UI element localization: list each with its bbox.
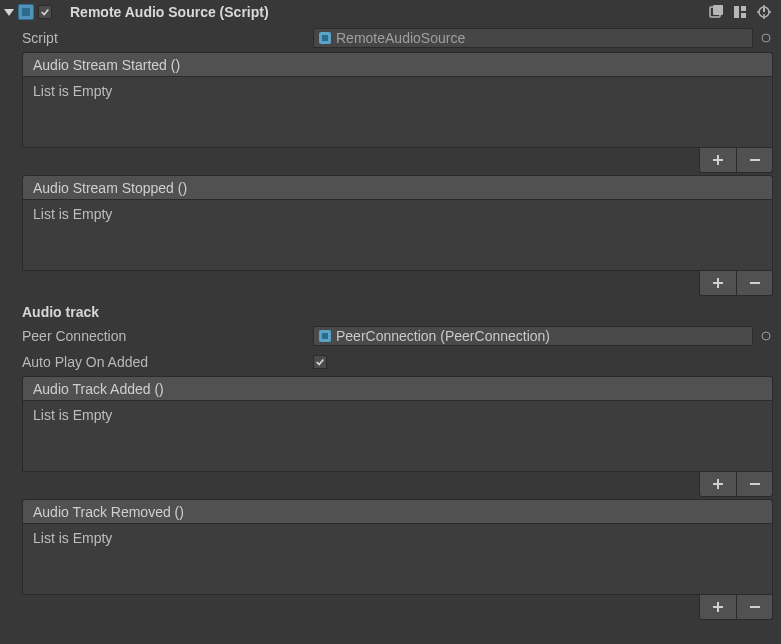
component-title: Remote Audio Source (Script) xyxy=(58,4,707,20)
event-list: List is Empty xyxy=(22,76,773,148)
event-audio-stream-stopped: Audio Stream Stopped () List is Empty xyxy=(22,175,773,296)
add-listener-button[interactable] xyxy=(700,271,736,295)
remove-listener-button[interactable] xyxy=(736,472,772,496)
list-empty-text: List is Empty xyxy=(33,530,112,546)
expand-arrow-icon[interactable] xyxy=(4,9,14,16)
svg-rect-24 xyxy=(713,606,723,608)
auto-play-label: Auto Play On Added xyxy=(22,354,313,370)
add-listener-button[interactable] xyxy=(700,595,736,619)
component-header: Remote Audio Source (Script) xyxy=(0,0,781,24)
component-ref-icon xyxy=(318,329,332,343)
svg-rect-3 xyxy=(741,6,746,11)
list-empty-text: List is Empty xyxy=(33,83,112,99)
add-listener-button[interactable] xyxy=(700,148,736,172)
remove-listener-button[interactable] xyxy=(736,148,772,172)
svg-rect-22 xyxy=(750,483,760,485)
event-list: List is Empty xyxy=(22,199,773,271)
svg-rect-4 xyxy=(741,13,746,18)
svg-rect-15 xyxy=(713,282,723,284)
auto-play-checkbox[interactable] xyxy=(313,355,327,369)
audio-track-section-title: Audio track xyxy=(22,304,773,320)
event-audio-stream-started: Audio Stream Started () List is Empty xyxy=(22,52,773,173)
preset-button[interactable] xyxy=(731,3,749,21)
event-header: Audio Track Added () xyxy=(22,376,773,400)
header-buttons xyxy=(707,3,777,21)
component-enabled-checkbox[interactable] xyxy=(38,5,52,19)
auto-play-row: Auto Play On Added xyxy=(22,350,773,374)
event-list: List is Empty xyxy=(22,400,773,472)
svg-rect-6 xyxy=(763,8,765,12)
script-label: Script xyxy=(22,30,313,46)
peer-connection-label: Peer Connection xyxy=(22,328,313,344)
remove-listener-button[interactable] xyxy=(736,595,772,619)
script-icon xyxy=(18,4,34,20)
reference-button[interactable] xyxy=(707,3,725,21)
svg-rect-9 xyxy=(322,35,328,41)
event-header: Audio Stream Stopped () xyxy=(22,175,773,199)
peer-connection-field[interactable]: PeerConnection (PeerConnection) xyxy=(313,326,753,346)
svg-rect-13 xyxy=(750,159,760,161)
list-empty-text: List is Empty xyxy=(33,407,112,423)
peer-connection-picker-button[interactable] xyxy=(759,329,773,343)
svg-point-10 xyxy=(762,34,770,42)
script-row: Script RemoteAudioSource xyxy=(22,26,773,50)
svg-rect-2 xyxy=(734,6,739,18)
script-field: RemoteAudioSource xyxy=(313,28,753,48)
script-value: RemoteAudioSource xyxy=(336,30,465,46)
event-list: List is Empty xyxy=(22,523,773,595)
add-listener-button[interactable] xyxy=(700,472,736,496)
svg-rect-25 xyxy=(750,606,760,608)
svg-point-7 xyxy=(763,14,765,16)
remove-listener-button[interactable] xyxy=(736,271,772,295)
peer-connection-row: Peer Connection PeerConnection (PeerConn… xyxy=(22,324,773,348)
script-picker-button[interactable] xyxy=(759,31,773,45)
svg-rect-16 xyxy=(750,282,760,284)
svg-point-19 xyxy=(762,332,770,340)
context-menu-button[interactable] xyxy=(755,3,773,21)
list-empty-text: List is Empty xyxy=(33,206,112,222)
event-audio-track-removed: Audio Track Removed () List is Empty xyxy=(22,499,773,620)
event-header: Audio Stream Started () xyxy=(22,52,773,76)
svg-rect-21 xyxy=(713,483,723,485)
svg-rect-1 xyxy=(713,5,723,15)
csharp-icon xyxy=(318,31,332,45)
event-audio-track-added: Audio Track Added () List is Empty xyxy=(22,376,773,497)
svg-rect-12 xyxy=(713,159,723,161)
svg-rect-18 xyxy=(322,333,328,339)
peer-connection-value: PeerConnection (PeerConnection) xyxy=(336,328,550,344)
event-header: Audio Track Removed () xyxy=(22,499,773,523)
